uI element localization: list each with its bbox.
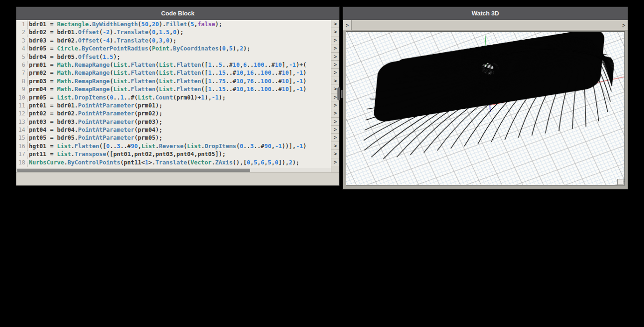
code-output-port-13[interactable]: > — [331, 118, 339, 126]
code-line[interactable]: 10prm05 = List.DropItems(0..1..#(List.Co… — [16, 93, 331, 101]
line-number: 5 — [16, 53, 28, 61]
code-block-node[interactable]: Code Block 1bdr01 = Rectangle.ByWidthLen… — [16, 7, 340, 186]
code-line-text: bdr01 = Rectangle.ByWidthLength(50,20).F… — [28, 21, 222, 28]
code-line-text: bdr03 = bdr02.Offset(-4).Translate(0,3,0… — [28, 37, 176, 44]
line-number: 15 — [16, 134, 28, 142]
code-line[interactable]: 13pnt03 = bdr03.PointAtParameter(prm03); — [16, 118, 331, 126]
code-line[interactable]: 1bdr01 = Rectangle.ByWidthLength(50,20).… — [16, 20, 331, 28]
code-line[interactable]: 8prm03 = Math.RemapRange(List.Flatten(Li… — [16, 77, 331, 85]
code-line-text: bdr05 = Circle.ByCenterPointRadius(Point… — [28, 45, 250, 52]
viewport-resize-handle[interactable] — [617, 179, 623, 185]
code-output-port-12[interactable]: > — [331, 109, 339, 117]
code-line-text: pnt11 = List.Transpose([pnt01,pnt02,pnt0… — [28, 150, 225, 157]
code-output-port-4[interactable]: > — [331, 44, 339, 52]
code-output-port-2[interactable]: > — [331, 28, 339, 36]
watch-3d-output-port[interactable]: > — [623, 20, 625, 30]
viewport-frame — [343, 30, 628, 189]
line-number: 2 — [16, 28, 28, 36]
code-output-port-1[interactable]: > — [331, 20, 339, 28]
code-line-text: hgt01 = List.Flatten([0..3..#90,List.Rev… — [28, 142, 307, 149]
code-output-port-11[interactable]: > — [331, 101, 339, 109]
code-line[interactable]: 12pnt02 = bdr02.PointAtParameter(prm02); — [16, 109, 331, 117]
line-number: 3 — [16, 37, 28, 45]
line-number: 17 — [16, 150, 28, 158]
code-line[interactable]: 7prm02 = Math.RemapRange(List.Flatten(Li… — [16, 69, 331, 77]
code-line[interactable]: 11pnt01 = bdr01.PointAtParameter(prm01); — [16, 101, 331, 109]
code-line-text: pnt01 = bdr01.PointAtParameter(prm01); — [28, 102, 162, 109]
code-line[interactable]: 16hgt01 = List.Flatten([0..3..#90,List.R… — [16, 142, 331, 150]
code-editor[interactable]: 1bdr01 = Rectangle.ByWidthLength(50,20).… — [16, 20, 331, 172]
line-number: 1 — [16, 21, 28, 28]
code-block-title: Code Block — [16, 7, 339, 20]
code-output-port-3[interactable]: > — [331, 36, 339, 44]
line-number: 11 — [16, 102, 28, 110]
line-number: 8 — [16, 78, 28, 85]
3d-viewport-canvas[interactable] — [346, 31, 625, 185]
code-output-port-18[interactable]: > — [331, 158, 339, 166]
code-line[interactable]: 14pnt04 = bdr04.PointAtParameter(prm04); — [16, 126, 331, 134]
watch-3d-node[interactable]: Watch 3D > > — [343, 7, 628, 190]
code-line[interactable]: 17pnt11 = List.Transpose([pnt01,pnt02,pn… — [16, 150, 331, 158]
code-line-text: pnt03 = bdr03.PointAtParameter(prm03); — [28, 118, 162, 125]
code-line-text: prm03 = Math.RemapRange(List.Flatten(Lis… — [28, 78, 307, 85]
code-output-port-6[interactable]: > — [331, 61, 339, 69]
line-number: 18 — [16, 159, 28, 167]
line-number: 4 — [16, 45, 28, 53]
code-line[interactable]: 2bdr02 = bdr01.Offset(-2).Translate(0,1.… — [16, 28, 331, 36]
code-line[interactable]: 9prm04 = Math.RemapRange(List.Flatten(Li… — [16, 85, 331, 93]
code-line-text: NurbsCurve.ByControlPoints(pnt11<1>.Tran… — [28, 159, 300, 166]
code-line-text: bdr02 = bdr01.Offset(-2).Translate(0,1.5… — [28, 28, 183, 36]
code-output-port-17[interactable]: > — [331, 150, 339, 158]
code-node-footer — [16, 172, 339, 185]
line-number: 12 — [16, 110, 28, 118]
code-line-text: prm04 = Math.RemapRange(List.Flatten(Lis… — [28, 85, 307, 92]
horizontal-scrollbar[interactable] — [16, 168, 331, 172]
code-line-text: pnt04 = bdr04.PointAtParameter(prm04); — [28, 126, 162, 133]
code-line-text: pnt02 = bdr02.PointAtParameter(prm02); — [28, 110, 162, 117]
scrollbar-thumb[interactable] — [17, 169, 250, 172]
code-line[interactable]: 6prm01 = Math.RemapRange(List.Flatten(Li… — [16, 61, 331, 69]
code-line[interactable]: 3bdr03 = bdr02.Offset(-4).Translate(0,3,… — [16, 36, 331, 44]
code-line-text: bdr04 = bdr05.Offset(1.5); — [28, 53, 120, 60]
line-number: 7 — [16, 69, 28, 77]
code-line-text: prm05 = List.DropItems(0..1..#(List.Coun… — [28, 94, 226, 101]
code-line[interactable]: 18NurbsCurve.ByControlPoints(pnt11<1>.Tr… — [16, 158, 331, 166]
code-line-text: pnt05 = bdr05.PointAtParameter(prm05); — [28, 134, 162, 141]
code-output-port-8[interactable]: > — [331, 77, 339, 85]
line-number: 6 — [16, 61, 28, 69]
line-number: 10 — [16, 94, 28, 102]
code-output-port-15[interactable]: > — [331, 134, 339, 142]
code-output-port-7[interactable]: > — [331, 69, 339, 77]
line-number: 13 — [16, 118, 28, 126]
line-number: 14 — [16, 126, 28, 134]
code-line-text: prm02 = Math.RemapRange(List.Flatten(Lis… — [28, 69, 307, 76]
code-output-port-14[interactable]: > — [331, 126, 339, 134]
wire-stub[interactable] — [337, 87, 340, 100]
line-number: 16 — [16, 142, 28, 150]
code-output-port-5[interactable]: > — [331, 53, 339, 61]
line-number: 9 — [16, 85, 28, 93]
code-line[interactable]: 5bdr04 = bdr05.Offset(1.5); — [16, 53, 331, 61]
code-line[interactable]: 4bdr05 = Circle.ByCenterPointRadius(Poin… — [16, 44, 331, 52]
watch-3d-title: Watch 3D — [343, 7, 628, 20]
code-line[interactable]: 15pnt05 = bdr05.PointAtParameter(prm05); — [16, 134, 331, 142]
code-output-port-16[interactable]: > — [331, 142, 339, 150]
watch-3d-port-strip: > > — [343, 20, 628, 30]
code-line-text: prm01 = Math.RemapRange(List.Flatten(Lis… — [28, 61, 307, 68]
watch-3d-input-port[interactable]: > — [343, 20, 352, 30]
